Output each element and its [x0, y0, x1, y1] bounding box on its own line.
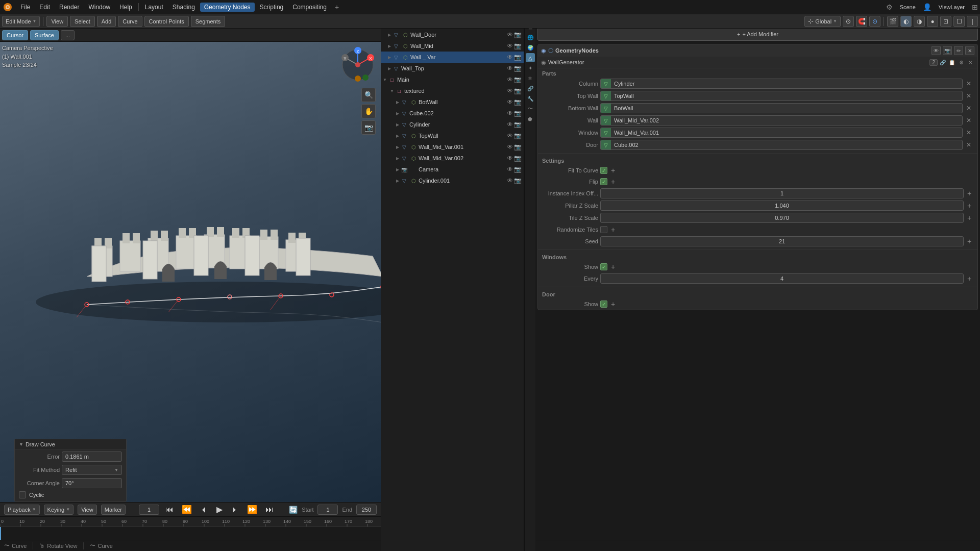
loop-icon[interactable]: 🔄: [289, 506, 298, 514]
wall-field[interactable]: ▽ Wall_Mid_Var.002: [600, 115, 963, 126]
mod-render-btn[interactable]: 📷: [943, 46, 952, 55]
bottom-wall-field[interactable]: ▽ BotWall: [600, 103, 963, 113]
randomize-tiles-checkbox[interactable]: [600, 226, 607, 233]
error-value-field[interactable]: 0.1861 m: [62, 452, 122, 462]
props-tab-object[interactable]: △: [526, 53, 535, 62]
column-x-btn[interactable]: ✕: [964, 79, 973, 88]
main-viewport[interactable]: Camera Perspective (1) Wall.001 Sample 2…: [0, 42, 381, 502]
marker-dropdown[interactable]: Marker: [101, 505, 126, 515]
scene-selector[interactable]: Scene: [897, 3, 919, 11]
workspace-layout[interactable]: Layout: [141, 3, 167, 12]
fit-to-curve-plus-btn[interactable]: +: [609, 166, 617, 174]
mod-edit-btn[interactable]: ✏: [954, 46, 963, 55]
workspace-compositing[interactable]: Compositing: [288, 3, 331, 12]
jump-to-start-btn[interactable]: ⏮: [163, 504, 176, 515]
proportional-btn[interactable]: ⊙: [869, 16, 880, 27]
outliner-item-wall-top[interactable]: ▶ ▽ Wall_Top 👁 📷: [381, 63, 524, 74]
transform-origin-btn[interactable]: ⊙: [843, 16, 854, 27]
render-icon[interactable]: 📷: [514, 121, 522, 128]
windows-show-plus-btn[interactable]: +: [609, 263, 617, 271]
props-tab-world[interactable]: 🌍: [526, 43, 535, 52]
jump-to-end-btn[interactable]: ⏭: [263, 504, 276, 515]
sub-copy-btn[interactable]: 📋: [948, 58, 956, 66]
menu-file[interactable]: File: [16, 3, 34, 12]
end-frame-input[interactable]: 250: [356, 505, 377, 515]
outliner-item-cylinder[interactable]: ▶ ▽ Cylinder 👁 📷: [381, 119, 524, 130]
door-x-btn[interactable]: ✕: [964, 140, 973, 149]
menu-edit[interactable]: Edit: [35, 3, 54, 12]
pan-btn[interactable]: ✋: [361, 104, 376, 118]
props-tab-constraints[interactable]: 🔗: [526, 84, 535, 93]
mode-dropdown[interactable]: Edit Mode ▼: [2, 16, 40, 27]
outliner-item-wall-mid-var-001[interactable]: ▶ ▽ ⬡ Wall_Mid_Var.001 👁 📷: [381, 141, 524, 153]
window-x-btn[interactable]: ✕: [964, 128, 973, 137]
prev-frame-btn[interactable]: ⏪: [180, 504, 194, 515]
mod-vis-checkbox[interactable]: ◉: [541, 47, 546, 54]
windows-show-checkbox[interactable]: ✓: [600, 263, 607, 270]
add-menu[interactable]: Add: [97, 16, 116, 27]
render-icon[interactable]: 📷: [514, 155, 522, 162]
mod-realtime-btn[interactable]: 👁: [932, 46, 941, 55]
segments-menu[interactable]: Segments: [191, 16, 226, 27]
seed-plus-btn[interactable]: +: [965, 237, 973, 245]
flip-plus-btn[interactable]: +: [609, 178, 617, 186]
render-icon[interactable]: 📷: [514, 177, 522, 184]
visibility-icon[interactable]: 👁: [507, 121, 513, 128]
visibility-icon[interactable]: 👁: [507, 87, 513, 94]
visibility-icon[interactable]: 👁: [507, 76, 513, 83]
control-points-menu[interactable]: Control Points: [144, 16, 189, 27]
next-frame-btn[interactable]: ⏩: [245, 504, 259, 515]
windows-every-field[interactable]: 4: [600, 273, 964, 284]
door-field[interactable]: ▽ Cube.002: [600, 140, 963, 150]
pillar-z-scale-plus-btn[interactable]: +: [965, 202, 973, 210]
fit-to-curve-checkbox[interactable]: ✓: [600, 167, 607, 174]
bottom-wall-x-btn[interactable]: ✕: [964, 104, 973, 113]
visibility-icon[interactable]: 👁: [507, 98, 513, 106]
visibility-icon[interactable]: 👁: [507, 31, 513, 38]
render-icon[interactable]: 📷: [514, 31, 522, 38]
modifier-header[interactable]: ◉ ⬡ GeometryNodes 👁 📷 ✏ ✕: [538, 44, 977, 57]
menu-render[interactable]: Render: [55, 3, 83, 12]
more-btn[interactable]: ...: [61, 30, 75, 40]
outliner-item-cube002[interactable]: ▶ ▽ Cube.002 👁 📷: [381, 108, 524, 119]
transform-space-dropdown[interactable]: ⊹ Global ▼: [804, 16, 841, 27]
overlay-btn[interactable]: ⊡: [940, 16, 951, 27]
visibility-icon[interactable]: 👁: [507, 42, 513, 49]
outliner-item-wall-mid[interactable]: ▶ ▽ ⬡ Wall_Mid 👁 📷: [381, 40, 524, 52]
zoom-in-btn[interactable]: 🔍: [361, 88, 376, 102]
snap-btn[interactable]: 🧲: [856, 16, 867, 27]
render-icon[interactable]: 📷: [514, 76, 522, 83]
wall-x-btn[interactable]: ✕: [964, 116, 973, 125]
corner-angle-field[interactable]: 70°: [62, 478, 122, 488]
props-tab-physics[interactable]: ⚛: [526, 73, 535, 83]
door-show-checkbox[interactable]: ✓: [600, 300, 607, 308]
render-icon[interactable]: 📷: [514, 166, 522, 173]
props-tab-scene[interactable]: 🌐: [526, 33, 535, 42]
workspace-shading[interactable]: Shading: [168, 3, 199, 12]
next-keyframe-btn[interactable]: ⏵: [229, 504, 241, 515]
cyclic-checkbox[interactable]: [19, 491, 26, 498]
hide-overlay-btn[interactable]: |: [967, 16, 978, 27]
render-icon[interactable]: 📷: [514, 65, 522, 72]
workspace-scripting[interactable]: Scripting: [256, 3, 288, 12]
maximize-icon[interactable]: ⊞: [972, 3, 978, 11]
sub-link-btn[interactable]: 🔗: [939, 58, 947, 66]
render-icon[interactable]: 📷: [514, 87, 522, 94]
view-menu[interactable]: View: [46, 16, 68, 27]
playback-dropdown[interactable]: Playback ▼: [4, 505, 40, 515]
seed-field[interactable]: 21: [600, 236, 964, 246]
add-workspace-button[interactable]: +: [332, 2, 342, 12]
tile-z-scale-field[interactable]: 0.970: [600, 213, 964, 223]
mod-delete-btn[interactable]: ✕: [965, 46, 974, 55]
sub-delete-btn[interactable]: ✕: [966, 58, 974, 66]
outliner-item-camera[interactable]: ▶ 📷 ⬡ Camera 👁 📷: [381, 164, 524, 175]
menu-window[interactable]: Window: [84, 3, 114, 12]
visibility-icon[interactable]: 👁: [507, 166, 513, 173]
frame-input[interactable]: 1: [139, 505, 159, 515]
menu-help[interactable]: Help: [115, 3, 136, 12]
visibility-icon[interactable]: 👁: [507, 155, 513, 162]
pillar-z-scale-field[interactable]: 1.040: [600, 201, 964, 211]
camera-btn[interactable]: 📷: [361, 120, 376, 135]
outliner-item-wall-door[interactable]: ▶ ▽ ⬡ Wall_Door 👁 📷: [381, 29, 524, 40]
viewport-gizmo[interactable]: Z X Y: [340, 47, 376, 83]
